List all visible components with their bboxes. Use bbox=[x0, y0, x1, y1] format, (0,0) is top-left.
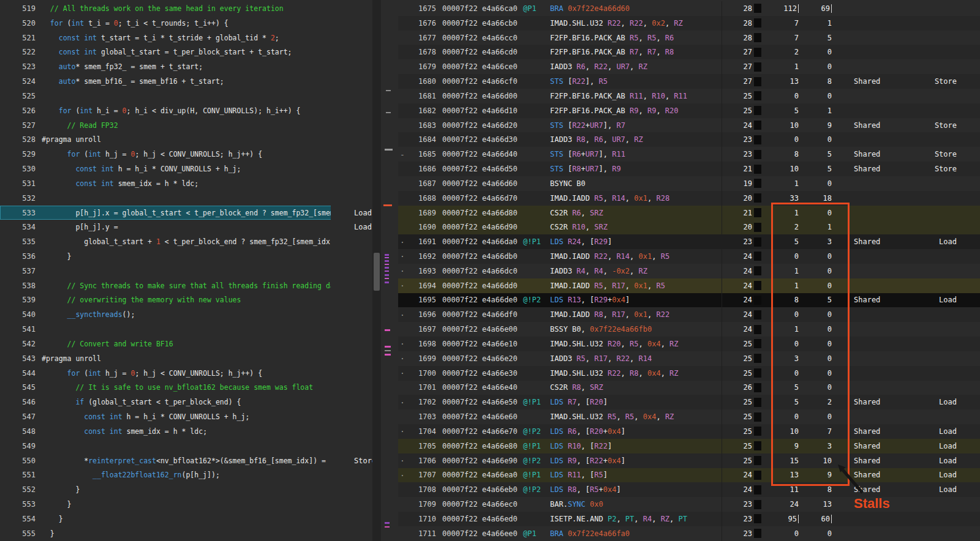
sass-row[interactable]: ·170000007f22 e4a66e30IMAD.SHL.U32 R22, … bbox=[398, 366, 980, 381]
sass-row[interactable]: 168600007f22 e4a66d50STS [R8+UR7], R9211… bbox=[398, 162, 980, 176]
source-scrollbar[interactable] bbox=[372, 0, 381, 541]
instruction-text: CS2R R6, SRZ bbox=[550, 209, 722, 217]
source-line[interactable]: 548 const int smem_idx = h * ldc; bbox=[0, 424, 372, 439]
source-line[interactable]: 526 for (int h_i = 0; h_i < div_up(H, CO… bbox=[0, 103, 372, 118]
instruction-line-number: 1704 bbox=[407, 427, 436, 436]
scrollbar-thumb[interactable] bbox=[374, 253, 380, 291]
sass-row[interactable]: ·170200007f22 e4a66e50@!P1LDS R7, [R20]2… bbox=[398, 395, 980, 409]
sass-row[interactable]: ·170600007f22 e4a66e90@!P2LDS R9, [R22+0… bbox=[398, 453, 980, 468]
source-line[interactable]: 530 const int h = h_i * CONV_UNROLLS + h… bbox=[0, 162, 372, 176]
sass-row[interactable]: 168800007f22 e4a66d70IMAD.IADD R5, R14, … bbox=[398, 191, 980, 206]
sass-row[interactable]: 168700007f22 e4a66d60BSYNC B01910 bbox=[398, 176, 980, 191]
source-line[interactable]: 544 for (int h_j = 0; h_j < CONV_UNROLLS… bbox=[0, 366, 372, 381]
sass-row[interactable]: 169700007f22 e4a66e00BSSY B0, 0x7f22e4a6… bbox=[398, 322, 980, 337]
instruction-text: F2FP.BF16.PACK_AB R11, R10, R11 bbox=[550, 92, 722, 100]
instruction-text: IADD3 R5, R17, R22, R14 bbox=[550, 354, 722, 363]
sass-row[interactable]: 167900007f22 e4a66ce0IADD3 R6, R22, UR7,… bbox=[398, 59, 980, 74]
source-line[interactable]: 543#pragma unroll bbox=[0, 351, 372, 366]
sass-row[interactable]: ·170700007f22 e4a66ea0@!P1LDS R11, [R5]2… bbox=[398, 468, 980, 483]
live-registers-cell: 25 bbox=[722, 395, 763, 409]
predicate-label: @!P2 bbox=[522, 427, 550, 436]
stall-count-value: 0 bbox=[827, 325, 832, 334]
sass-row[interactable]: 169000007f22 e4a66d90CS2R R10, SRZ2021 bbox=[398, 220, 980, 234]
source-line[interactable]: 525 bbox=[0, 89, 372, 103]
source-line[interactable]: 528#pragma unroll bbox=[0, 132, 372, 147]
source-line[interactable]: 555 } bbox=[0, 526, 372, 541]
source-line[interactable]: 550 *reinterpret_cast<nv_bfloat162*>(&sm… bbox=[0, 453, 372, 468]
sass-row[interactable]: ·169800007f22 e4a66e10IMAD.SHL.U32 R20, … bbox=[398, 337, 980, 351]
source-line[interactable]: 538 // Sync threads to make sure that al… bbox=[0, 278, 372, 293]
sass-row[interactable]: 170500007f22 e4a66e80@!P1LDS R10, [R22]2… bbox=[398, 439, 980, 453]
sass-row[interactable]: 168200007f22 e4a66d10F2FP.BF16.PACK_AB R… bbox=[398, 103, 980, 118]
sass-row[interactable]: ·169100007f22 e4a66da0@!P1LDS R24, [R29]… bbox=[398, 234, 980, 249]
live-registers-value: 24 bbox=[744, 310, 752, 319]
source-line[interactable]: 540 __syncthreads(); bbox=[0, 307, 372, 322]
sass-row[interactable]: 168100007f22 e4a66d00F2FP.BF16.PACK_AB R… bbox=[398, 89, 980, 103]
source-line[interactable]: 552 } bbox=[0, 482, 372, 497]
sass-row[interactable]: 170800007f22 e4a66eb0@!P2LDS R8, [R5+0x4… bbox=[398, 482, 980, 497]
source-line[interactable]: 535 global_t_start + 1 < t_per_block_end… bbox=[0, 234, 372, 249]
sass-row[interactable]: -168500007f22 e4a66d40STS [R6+UR7], R112… bbox=[398, 147, 980, 162]
sass-row[interactable]: ·169400007f22 e4a66dd0IMAD.IADD R5, R17,… bbox=[398, 278, 980, 293]
memory-op-label bbox=[331, 307, 372, 322]
source-line[interactable]: 521 const int t_start = t_i * t_stride +… bbox=[0, 31, 372, 45]
sass-row[interactable]: 170100007f22 e4a66e40CS2R R8, SRZ2650 bbox=[398, 381, 980, 395]
source-line[interactable]: 549 bbox=[0, 439, 372, 453]
source-line[interactable]: 519 // All threads work on the same head… bbox=[0, 1, 372, 16]
source-line[interactable]: 554 } bbox=[0, 512, 372, 526]
source-line[interactable]: 531 const int smem_idx = h * ldc; bbox=[0, 176, 372, 191]
source-line[interactable]: 533 p[h_j].x = global_t_start < t_per_bl… bbox=[0, 206, 372, 220]
source-code-text: // overwriting the memory with new value… bbox=[42, 296, 331, 304]
sass-row[interactable]: 171000007f22 e4a66ed0ISETP.NE.AND P2, PT… bbox=[398, 512, 980, 526]
sass-row[interactable]: 167500007f22 e4a66ca0@P1BRA 0x7f22e4a66d… bbox=[398, 1, 980, 16]
source-line[interactable]: 523 auto* smem_fp32_ = smem + t_start; bbox=[0, 59, 372, 74]
source-line[interactable]: 534 p[h_j].y =Load bbox=[0, 220, 372, 234]
sass-row[interactable]: 168300007f22 e4a66d20STS [R22+UR7], R724… bbox=[398, 118, 980, 133]
memory-op-label bbox=[331, 147, 372, 162]
source-line[interactable]: 546 if (global_t_start < t_per_block_end… bbox=[0, 395, 372, 409]
sass-row[interactable]: ·170400007f22 e4a66e70@!P2LDS R6, [R20+0… bbox=[398, 424, 980, 439]
live-registers-cell: 24 bbox=[722, 322, 763, 337]
sass-row[interactable]: 170900007f22 e4a66ec0BAR.SYNC 0x0232413 bbox=[398, 497, 980, 512]
source-line[interactable]: 532 bbox=[0, 191, 372, 206]
source-line[interactable]: 541 bbox=[0, 322, 372, 337]
live-registers-value: 27 bbox=[744, 77, 752, 86]
source-code-text: if (global_t_start < t_per_block_end) { bbox=[42, 398, 331, 406]
instruction-address: 00007f22 e4a66ed0 bbox=[436, 515, 522, 523]
source-line[interactable]: 551 __float22bfloat162_rn(p[h_j]); bbox=[0, 468, 372, 483]
sass-row[interactable]: 168900007f22 e4a66d80CS2R R6, SRZ2110 bbox=[398, 206, 980, 220]
sass-row[interactable]: 167800007f22 e4a66cd0F2FP.BF16.PACK_AB R… bbox=[398, 45, 980, 59]
source-line[interactable]: 537 bbox=[0, 264, 372, 278]
live-registers-cell: 25 bbox=[722, 351, 763, 366]
sass-row[interactable]: 167600007f22 e4a66cb0IMAD.SHL.U32 R22, R… bbox=[398, 16, 980, 31]
sample-count-cell: 13 bbox=[763, 77, 799, 86]
source-line[interactable]: 553 } bbox=[0, 497, 372, 512]
sass-row[interactable]: 168000007f22 e4a66cf0STS [R22], R527138S… bbox=[398, 74, 980, 89]
sass-row[interactable]: 169500007f22 e4a66de0@!P2LDS R13, [R29+0… bbox=[398, 293, 980, 308]
instruction-text: IMAD.SHL.U32 R20, R5, 0x4, RZ bbox=[550, 340, 722, 348]
sass-row[interactable]: 170300007f22 e4a66e60IMAD.SHL.U32 R5, R5… bbox=[398, 409, 980, 424]
live-registers-cell: 26 bbox=[722, 381, 763, 395]
access-type-label: Store bbox=[893, 165, 980, 173]
sass-row[interactable]: ·169200007f22 e4a66db0IMAD.IADD R22, R14… bbox=[398, 249, 980, 264]
instruction-text: BRA 0x7f22e4a66d60 bbox=[550, 4, 722, 13]
source-code-text: for (int h_i = 0; h_i < div_up(H, CONV_U… bbox=[42, 106, 331, 115]
sass-row[interactable]: 168400007f22 e4a66d30IADD3 R8, R6, UR7, … bbox=[398, 132, 980, 147]
source-line[interactable]: 539 // overwriting the memory with new v… bbox=[0, 293, 372, 308]
sass-row[interactable]: 167700007f22 e4a66cc0F2FP.BF16.PACK_AB R… bbox=[398, 31, 980, 45]
source-line[interactable]: 527 // Read FP32 bbox=[0, 118, 372, 133]
sass-row[interactable]: ·169300007f22 e4a66dc0IADD3 R4, R4, -0x2… bbox=[398, 264, 980, 278]
source-line[interactable]: 520 for (int t_i = 0; t_i < t_rounds; t_… bbox=[0, 16, 372, 31]
source-line[interactable]: 536 } bbox=[0, 249, 372, 264]
source-line[interactable]: 545 // It is safe to use nv_bfloat162 be… bbox=[0, 381, 372, 395]
sass-row[interactable]: ·169900007f22 e4a66e20IADD3 R5, R17, R22… bbox=[398, 351, 980, 366]
sass-row[interactable]: 171100007f22 e4a66ee0@P1BRA 0x7f22e4a66f… bbox=[398, 526, 980, 541]
source-line[interactable]: 522 const int global_t_start = t_per_blo… bbox=[0, 45, 372, 59]
source-line[interactable]: 542 // Convert and write BF16 bbox=[0, 337, 372, 351]
sample-count-cell: 1 bbox=[763, 267, 799, 275]
sass-row[interactable]: ·169600007f22 e4a66df0IMAD.IADD R8, R17,… bbox=[398, 307, 980, 322]
sample-count-cell: 1 bbox=[763, 282, 799, 290]
source-line[interactable]: 547 const int h = h_i * CONV_UNROLLS + h… bbox=[0, 409, 372, 424]
source-line[interactable]: 529 for (int h_j = 0; h_j < CONV_UNROLLS… bbox=[0, 147, 372, 162]
source-line[interactable]: 524 auto* smem_bf16_ = smem_bf16 + t_sta… bbox=[0, 74, 372, 89]
